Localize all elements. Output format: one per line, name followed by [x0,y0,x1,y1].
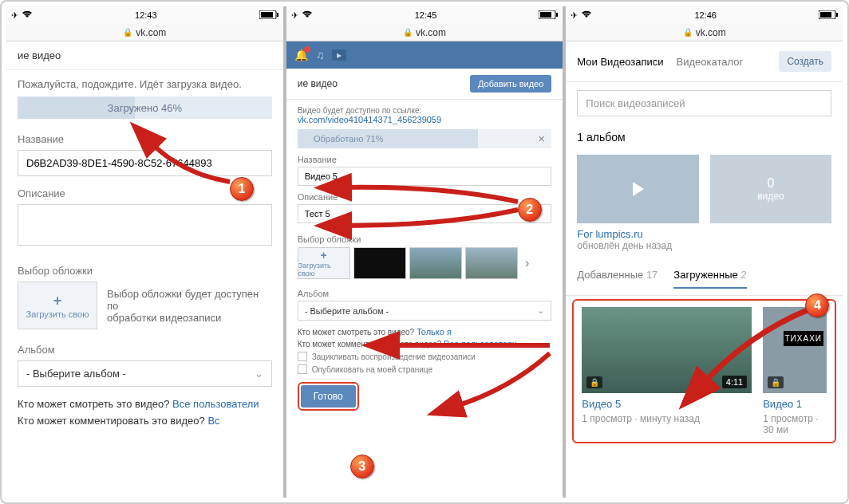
who-comment-label: Кто может комментировать это видео? [18,415,205,427]
video-title: Видео 5 [582,398,752,410]
done-button[interactable]: Готово [301,385,356,408]
address-bar[interactable]: 🔒 vk.com [6,24,283,41]
title-label: Название [18,133,272,145]
phone-screen-1: ✈︎ 12:43 🔒 vk.com ие видео Пожалуйста, п… [6,6,285,498]
svg-rect-5 [556,13,558,17]
page-content: ие видео Пожалуйста, подождите. Идёт заг… [6,41,283,498]
wifi-icon [581,10,592,20]
notifications-icon[interactable]: 🔔 [294,49,308,61]
album-label: Альбом [18,344,272,356]
upload-progress: Загружено 46% [18,96,272,119]
battery-icon [539,10,558,21]
page-title-partial: ие видео [18,49,61,61]
progress-text: Загружено 46% [108,102,183,114]
vk-header: 🔔 ♫ ▶ [286,41,563,69]
address-bar[interactable]: 🔒 vk.com [286,24,563,41]
cover-thumbnails: + Загрузить свою › [298,247,552,279]
albums-row: For lumpics.ru обновлён день назад 0 вид… [566,144,843,262]
svg-rect-8 [836,13,838,17]
video-card-1[interactable]: 🔒 4:11 Видео 5 1 просмотр · минуту назад [582,307,752,435]
add-video-button[interactable]: Добавить видео [470,75,551,93]
album-card-empty[interactable]: 0 видео [710,155,831,251]
cover-label: Выбор обложки [18,265,272,277]
status-bar: ✈︎ 12:45 [286,6,563,24]
tab-catalog[interactable]: Видеокаталог [677,56,744,68]
cover-hint: Выбор обложки будет доступен по обработк… [107,288,272,324]
page-content: Мои Видеозаписи Видеокаталог Создать Пои… [566,41,843,498]
video-tabs: Добавленные 17 Загруженные 2 [566,262,843,296]
who-view-label: Кто может смотреть это видео? [18,398,169,410]
status-time: 12:46 [694,10,717,20]
page-title-partial: ие видео [298,78,338,89]
play-icon [633,182,644,196]
video-meta: 1 просмотр · минуту назад [582,413,752,424]
album-card[interactable]: For lumpics.ru обновлён день назад [577,155,698,251]
plus-icon: + [53,293,62,309]
plus-icon: + [321,249,327,262]
progress-text: Обработано 71% [314,134,384,144]
status-bar: ✈︎ 12:43 [6,6,283,24]
checkbox-icon [298,364,307,374]
battery-icon [259,10,278,21]
video-duration: 4:11 [722,376,747,388]
loop-checkbox-row[interactable]: Зацикливать воспроизведение видеозаписи [298,352,552,361]
publish-checkbox-row[interactable]: Опубликовать на моей странице [298,364,552,374]
close-icon[interactable]: ✕ [538,134,545,144]
tab-my-videos[interactable]: Мои Видеозаписи [577,56,663,68]
title-label: Название [298,155,552,164]
video-thumbnail: 🔒 4:11 [582,307,752,393]
who-comment-link[interactable]: Все пользователи [444,339,517,348]
music-icon[interactable]: ♫ [316,49,325,61]
video-card-2[interactable]: 🔒 ТИХАХИ Видео 1 1 просмотр · 30 ми [763,307,827,435]
svg-rect-1 [261,12,273,18]
title-input[interactable] [18,150,272,176]
video-section-icon[interactable]: ▶ [332,49,346,61]
who-view-link[interactable]: Все пользователи [172,398,259,410]
upload-cover-button[interactable]: + Загрузить свою [18,282,97,329]
airplane-icon: ✈︎ [11,10,18,21]
lock-icon: 🔒 [403,28,413,37]
cover-thumb-3[interactable] [465,247,518,279]
tab-uploaded[interactable]: Загруженные 2 [673,269,746,289]
albums-count: 1 альбом [566,124,843,144]
lock-icon: 🔒 [123,28,132,37]
status-time: 12:45 [415,10,437,20]
search-input[interactable]: Поиск видеозаписей [577,90,831,116]
airplane-icon: ✈︎ [571,10,578,21]
wifi-icon [302,10,313,20]
description-input[interactable] [298,204,552,223]
cover-label: Выбор обложки [298,234,552,244]
cover-thumb-2[interactable] [409,247,462,279]
video-title: Видео 1 [763,398,827,410]
cover-thumb-1[interactable] [353,247,406,279]
processing-progress: Обработано 71% ✕ [298,129,552,148]
address-bar[interactable]: 🔒 vk.com [566,24,843,41]
create-button[interactable]: Создать [779,51,831,72]
thumb-next-icon[interactable]: › [521,256,534,270]
lock-icon: 🔒 [683,28,693,37]
status-time: 12:43 [135,10,157,20]
svg-rect-4 [540,12,551,18]
checkbox-icon [298,352,307,361]
upload-cover-button[interactable]: + Загрузить свою [298,247,350,279]
video-meta: 1 просмотр · 30 ми [763,413,827,435]
description-input[interactable] [18,204,272,246]
tab-added[interactable]: Добавленные 17 [577,269,657,289]
album-updated: обновлён день назад [577,240,698,251]
album-select[interactable]: - Выберите альбом - ⌄ [18,360,272,387]
phone-screen-3: ✈︎ 12:46 🔒 vk.com Мои Видеозаписи Видеок… [564,6,843,498]
who-view-link[interactable]: Только я [417,327,452,337]
annotation-frame-done: Готово [298,382,359,411]
title-input[interactable] [298,167,552,186]
phone-screen-2: ✈︎ 12:45 🔒 vk.com 🔔 ♫ ▶ ие видео Добавит… [285,6,565,498]
video-link[interactable]: vk.com/video410414371_456239059 [298,115,441,124]
who-comment-link[interactable]: Вс [207,415,219,427]
album-thumbnail [577,155,698,223]
album-select[interactable]: - Выберите альбом - ⌄ [298,301,552,321]
album-label: Альбом [298,289,552,298]
top-tabs: Мои Видеозаписи Видеокаталог Создать [566,41,843,82]
video-overlay-text: ТИХАХИ [784,331,824,346]
description-label: Описание [18,187,272,199]
sub-header: ие видео Добавить видео [286,69,563,100]
who-comment-label: Кто может комментировать это видео? [298,340,442,348]
